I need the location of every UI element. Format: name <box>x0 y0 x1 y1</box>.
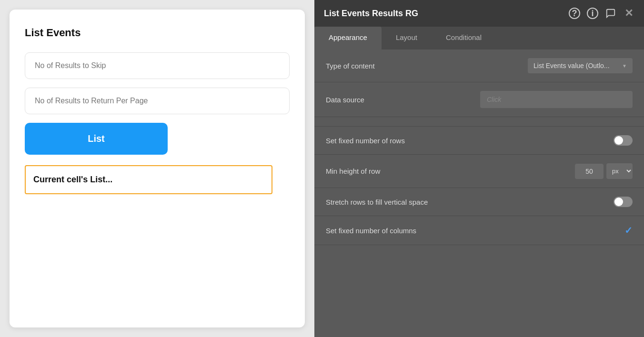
right-panel: List Events Results RG ? i ✕ Appearance … <box>314 0 644 337</box>
type-of-content-value: List Events value (Outlo... ▼ <box>528 58 633 73</box>
stretch-rows-label: Stretch rows to fill vertical space <box>326 198 428 206</box>
data-source-row: Data source Click <box>314 82 644 117</box>
data-source-value: Click <box>480 91 633 108</box>
set-fixed-rows-toggle[interactable] <box>614 135 633 146</box>
set-fixed-columns-row: Set fixed number of columns ✓ <box>314 216 644 245</box>
tab-layout[interactable]: Layout <box>382 27 432 50</box>
panel-icons: ? i ✕ <box>569 8 634 19</box>
min-height-input[interactable] <box>575 164 604 179</box>
help-icon[interactable]: ? <box>569 8 580 19</box>
set-fixed-rows-toggle-container <box>614 135 633 146</box>
spacer <box>314 117 644 127</box>
set-fixed-columns-label: Set fixed number of columns <box>326 227 416 235</box>
data-source-label: Data source <box>326 96 364 104</box>
data-source-field[interactable]: Click <box>480 91 633 108</box>
tab-appearance[interactable]: Appearance <box>314 27 382 50</box>
type-of-content-selected: List Events value (Outlo... <box>533 62 610 69</box>
set-fixed-rows-row: Set fixed number of rows <box>314 127 644 155</box>
set-fixed-columns-value-container: ✓ <box>624 225 633 236</box>
tab-conditional[interactable]: Conditional <box>432 27 496 50</box>
set-fixed-columns-checkmark[interactable]: ✓ <box>624 225 633 236</box>
panel-header: List Events Results RG ? i ✕ <box>314 0 644 27</box>
type-of-content-row: Type of content List Events value (Outlo… <box>314 50 644 82</box>
stretch-rows-row: Stretch rows to fill vertical space <box>314 188 644 216</box>
stretch-rows-toggle[interactable] <box>614 197 633 207</box>
min-height-unit-dropdown[interactable]: px em % <box>606 163 633 179</box>
skip-results-input[interactable] <box>25 52 290 79</box>
min-height-label: Min height of row <box>326 167 380 175</box>
close-icon[interactable]: ✕ <box>623 8 634 19</box>
page-title: List Events <box>25 27 290 39</box>
min-height-row: Min height of row px em % <box>314 155 644 188</box>
left-panel: List Events List Current cell's List... <box>10 10 305 327</box>
chat-icon[interactable] <box>605 8 616 19</box>
return-results-input[interactable] <box>25 88 290 114</box>
panel-title: List Events Results RG <box>324 9 418 19</box>
dropdown-arrow-icon: ▼ <box>622 63 627 69</box>
panel-content: Type of content List Events value (Outlo… <box>314 50 644 337</box>
stretch-rows-toggle-container <box>614 197 633 207</box>
set-fixed-rows-label: Set fixed number of rows <box>326 137 405 145</box>
type-of-content-label: Type of content <box>326 62 375 70</box>
current-cell-label: Current cell's List... <box>33 175 112 184</box>
tabs: Appearance Layout Conditional <box>314 27 644 50</box>
current-cell-box: Current cell's List... <box>25 165 272 194</box>
info-icon[interactable]: i <box>587 8 598 19</box>
list-button[interactable]: List <box>25 123 168 155</box>
type-of-content-dropdown[interactable]: List Events value (Outlo... ▼ <box>528 58 633 73</box>
min-height-value-container: px em % <box>575 163 633 179</box>
